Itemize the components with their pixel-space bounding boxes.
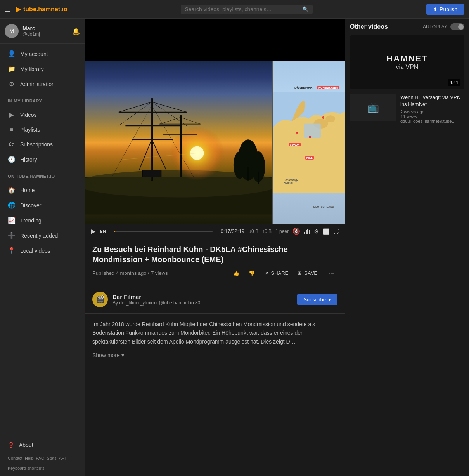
video-frame: DÄNEMARK KOPENHAGEN SØRUP KIEL Schleswig… — [85, 61, 345, 224]
sidebar-site-nav: 🏠 Home 🌐 Discover 📈 Trending ➕ Recently … — [0, 180, 85, 261]
next-button[interactable]: ⏭ — [100, 228, 106, 235]
about-icon: ❓ — [8, 442, 14, 448]
menu-toggle[interactable]: ☰ — [5, 5, 11, 14]
hamnet-title: HAMNET — [386, 54, 427, 64]
gear-icon: ⚙ — [8, 80, 16, 88]
svg-point-6 — [234, 151, 246, 179]
hamnet-duration: 4:41 — [448, 79, 460, 86]
username: Marc — [22, 25, 40, 31]
sidebar-item-administration[interactable]: ⚙ Administration — [0, 76, 85, 92]
user-details: Marc @do1mj — [22, 25, 40, 37]
sidebar-item-discover[interactable]: 🌐 Discover — [0, 198, 85, 213]
dislike-button[interactable]: 👎 — [247, 268, 256, 278]
sidebar-item-home[interactable]: 🏠 Home — [0, 182, 85, 198]
map-background: DÄNEMARK KOPENHAGEN SØRUP KIEL Schleswig… — [273, 61, 345, 224]
about-label: About — [19, 442, 33, 448]
sidebar-item-subscriptions[interactable]: 🗂 Subscriptions — [0, 137, 85, 152]
bar3 — [307, 229, 308, 234]
autoplay-toggle[interactable] — [450, 23, 464, 30]
footer-link-help[interactable]: Help — [25, 456, 34, 460]
pip-button[interactable]: ⬜ — [323, 228, 329, 235]
channel-details: Der Filmer By der_filmer_ytmirror@tube.h… — [112, 294, 200, 306]
sidebar: M Marc @do1mj 🔔 👤 My account 📁 My librar… — [0, 19, 85, 476]
like-button[interactable]: 👍 — [232, 268, 241, 278]
map-label-danemark: DÄNEMARK — [294, 86, 313, 89]
volume-icon[interactable]: 🔇 — [292, 228, 300, 235]
channel-avatar: 🎬 — [92, 292, 108, 307]
share-button[interactable]: ↗ SHARE — [263, 268, 290, 278]
footer-link-api[interactable]: API — [59, 456, 66, 460]
sidebar-item-local-videos[interactable]: 📍 Local videos — [0, 243, 85, 258]
subscribe-button[interactable]: Subscribe ▾ — [297, 294, 337, 305]
show-more-button[interactable]: Show more ▾ — [85, 349, 345, 366]
content-area: DÄNEMARK KOPENHAGEN SØRUP KIEL Schleswig… — [85, 19, 469, 476]
sidebar-item-recently-added[interactable]: ➕ Recently added — [0, 228, 85, 243]
search-icon[interactable]: 🔍 — [302, 6, 309, 12]
sidebar-account-nav: 👤 My account 📁 My library ⚙ Administrati… — [0, 44, 85, 94]
sidebar-item-label: Home — [20, 187, 35, 193]
sidebar-item-history[interactable]: 🕐 History — [0, 152, 85, 167]
svg-rect-7 — [247, 167, 249, 180]
video-player[interactable]: DÄNEMARK KOPENHAGEN SØRUP KIEL Schleswig… — [85, 61, 345, 238]
library-section-label: IN MY LIBRARY — [0, 94, 85, 105]
map-label-schleswig: Schleswig-Holstein — [284, 179, 298, 184]
video-actions: 👍 👎 ↗ SHARE ⊞ SAVE ··· — [232, 268, 337, 279]
video-thumbnail: 📺 — [350, 94, 396, 121]
video-card-channel: dd0ul_goes_hamnet@tube… — [400, 119, 464, 123]
video-info: Zu Besuch bei Reinhard Kühn - DK5LA #Chi… — [85, 238, 345, 285]
publish-button[interactable]: ⬆ Publish — [426, 4, 464, 15]
save-icon: ⊞ — [298, 270, 302, 276]
fullscreen-button[interactable]: ⛶ — [333, 228, 339, 235]
search-input[interactable] — [185, 6, 302, 12]
svg-point-31 — [325, 115, 335, 122]
sidebar-item-about[interactable]: ❓ About — [0, 438, 85, 452]
main-video-col: DÄNEMARK KOPENHAGEN SØRUP KIEL Schleswig… — [85, 19, 345, 476]
video-card-info: Wenn HF versagt: via VPN ins HamNet 2 we… — [400, 94, 464, 123]
settings-button[interactable]: ⚙ — [314, 228, 319, 235]
save-button[interactable]: ⊞ SAVE — [296, 268, 319, 278]
sidebar-item-my-library[interactable]: 📁 My library — [0, 61, 85, 76]
sidebar-item-trending[interactable]: 📈 Trending — [0, 213, 85, 228]
toggle-thumb — [458, 24, 464, 30]
trending-icon: 📈 — [8, 217, 16, 224]
svg-rect-22 — [180, 116, 182, 177]
sidebar-item-label: History — [20, 156, 37, 163]
user-handle: @do1mj — [22, 31, 40, 37]
save-label: SAVE — [304, 270, 317, 276]
notification-bell-icon[interactable]: 🔔 — [72, 28, 80, 35]
published-date: Published 4 months ago — [92, 270, 146, 276]
video-thumb-icon: 📺 — [367, 102, 379, 113]
right-panel: Other videos AUTOPLAY HAMNET via VPN 4:4… — [345, 19, 469, 476]
video-card[interactable]: 📺 Wenn HF versagt: via VPN ins HamNet 2 … — [350, 94, 464, 123]
quality-bars-icon[interactable] — [304, 229, 310, 234]
sidebar-item-videos[interactable]: ▶ Videos — [0, 107, 85, 122]
avatar: M — [5, 24, 19, 38]
svg-line-14 — [152, 102, 187, 112]
sidebar-item-label: Playlists — [20, 127, 40, 133]
sidebar-item-label: Subscriptions — [20, 141, 53, 148]
sidebar-item-my-account[interactable]: 👤 My account — [0, 46, 85, 61]
footer-link-contact[interactable]: Contact — [8, 456, 22, 460]
video-controls: ▶ ⏭ 0:17/32:19 ↓0 B ↑0 B 1 peer 🔇 — [85, 224, 345, 238]
play-button[interactable]: ▶ — [91, 228, 95, 235]
footer-link-stats[interactable]: Stats — [47, 456, 57, 460]
map-label-sorup: SØRUP — [289, 143, 301, 146]
search-box: 🔍 — [181, 5, 313, 14]
hamnet-subtitle: via VPN — [396, 64, 419, 71]
footer-link-faq[interactable]: FAQ — [36, 456, 45, 460]
recently-added-icon: ➕ — [8, 232, 16, 239]
subscriptions-icon: 🗂 — [8, 141, 16, 148]
share-icon: ↗ — [264, 270, 268, 276]
play-icon: ▶ — [8, 111, 16, 118]
other-videos-header: Other videos AUTOPLAY — [350, 23, 464, 30]
antenna-svg — [85, 61, 272, 224]
logo[interactable]: ▶ tube.hamnet.io — [16, 5, 67, 14]
sidebar-item-playlists[interactable]: ≡ Playlists — [0, 122, 85, 137]
discover-icon: 🌐 — [8, 202, 16, 209]
hamnet-featured-card[interactable]: HAMNET via VPN 4:41 — [350, 35, 464, 89]
progress-bar[interactable] — [114, 231, 213, 232]
svg-rect-8 — [258, 172, 259, 184]
channel-name[interactable]: Der Filmer — [112, 294, 200, 300]
svg-line-13 — [119, 102, 152, 112]
more-options-button[interactable]: ··· — [325, 268, 337, 279]
